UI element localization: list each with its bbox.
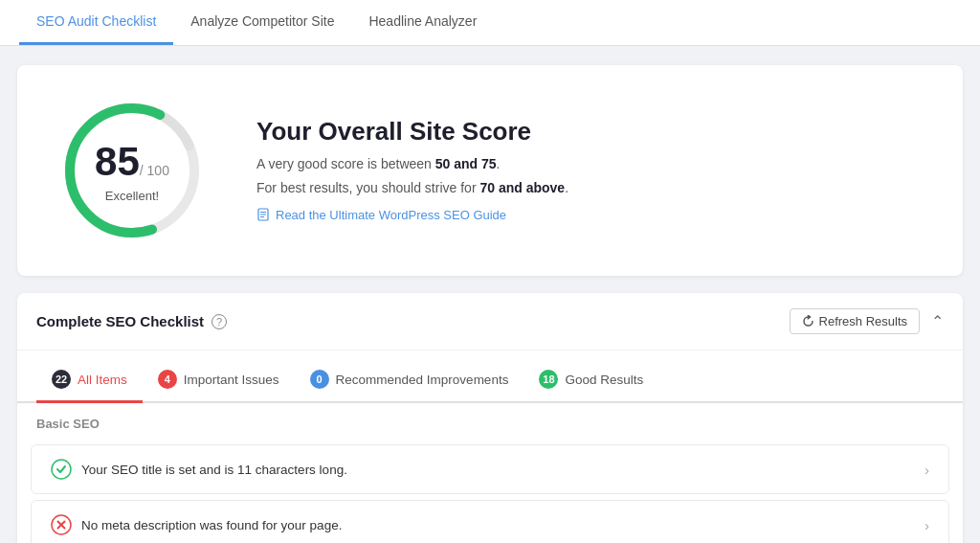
- filter-tab-good[interactable]: 18 Good Results: [523, 362, 658, 403]
- gauge-number: 85/ 100: [95, 139, 169, 185]
- book-icon: [256, 208, 270, 221]
- tab-competitor[interactable]: Analyze Competitor Site: [173, 0, 351, 45]
- svg-marker-7: [808, 316, 810, 319]
- checklist-item-left-2: No meta description was found for your p…: [51, 514, 342, 535]
- badge-issues: 4: [158, 370, 177, 389]
- error-circle-icon: [51, 514, 72, 535]
- tab-seo-audit[interactable]: SEO Audit Checklist: [19, 0, 173, 45]
- score-card: 85/ 100 Excellent! Your Overall Site Sco…: [17, 65, 963, 276]
- content-area: 85/ 100 Excellent! Your Overall Site Sco…: [0, 46, 980, 543]
- checklist-header-right: Refresh Results ⌃: [790, 308, 944, 334]
- refresh-label: Refresh Results: [819, 314, 907, 328]
- checklist-title-row: Complete SEO Checklist ?: [36, 313, 227, 329]
- filter-tab-all-label: All Items: [78, 373, 127, 387]
- tab-headline[interactable]: Headline Analyzer: [351, 0, 494, 45]
- chevron-right-icon-2: ›: [924, 517, 929, 533]
- filter-tab-improvements[interactable]: 0 Recommended Improvements: [295, 362, 524, 403]
- check-circle-icon: [51, 459, 72, 480]
- section-basic-seo-label: Basic SEO: [17, 403, 963, 439]
- filter-tab-issues[interactable]: 4 Important Issues: [143, 362, 295, 403]
- checklist-item-seo-title[interactable]: Your SEO title is set and is 11 characte…: [31, 444, 949, 494]
- filter-tabs: 22 All Items 4 Important Issues 0 Recomm…: [17, 351, 963, 403]
- score-rating: Excellent!: [95, 189, 169, 203]
- score-title: Your Overall Site Score: [256, 117, 924, 147]
- refresh-icon: [802, 315, 814, 328]
- collapse-icon[interactable]: ⌃: [931, 312, 944, 330]
- refresh-button[interactable]: Refresh Results: [790, 308, 920, 334]
- svg-point-8: [52, 460, 71, 479]
- checklist-card: Complete SEO Checklist ? Refresh Results…: [17, 293, 963, 543]
- gauge-text: 85/ 100 Excellent!: [95, 139, 169, 203]
- checklist-item-text-2: No meta description was found for your p…: [81, 518, 342, 532]
- badge-all: 22: [52, 370, 71, 389]
- main-container: SEO Audit Checklist Analyze Competitor S…: [0, 0, 980, 543]
- chevron-right-icon-1: ›: [924, 462, 929, 478]
- score-info: Your Overall Site Score A very good scor…: [256, 117, 924, 225]
- filter-tab-all[interactable]: 22 All Items: [36, 362, 143, 403]
- help-icon[interactable]: ?: [212, 314, 227, 329]
- badge-improvements: 0: [310, 370, 329, 389]
- score-guide-link[interactable]: Read the Ultimate WordPress SEO Guide: [256, 208, 506, 222]
- score-value: 85: [95, 139, 140, 184]
- checklist-title: Complete SEO Checklist: [36, 313, 204, 329]
- checklist-item-meta-desc[interactable]: No meta description was found for your p…: [31, 500, 949, 543]
- score-desc-1: A very good score is between 50 and 75.: [256, 154, 924, 174]
- checklist-header: Complete SEO Checklist ? Refresh Results…: [17, 293, 963, 351]
- checklist-item-left-1: Your SEO title is set and is 11 characte…: [51, 459, 347, 480]
- gauge-container: 85/ 100 Excellent!: [56, 94, 209, 247]
- tabs-bar: SEO Audit Checklist Analyze Competitor S…: [0, 0, 980, 46]
- badge-good: 18: [539, 370, 558, 389]
- filter-tab-improvements-label: Recommended Improvements: [336, 373, 509, 387]
- score-desc-2: For best results, you should strive for …: [256, 178, 924, 198]
- checklist-item-text-1: Your SEO title is set and is 11 characte…: [81, 463, 347, 477]
- filter-tab-issues-label: Important Issues: [184, 373, 279, 387]
- score-max: / 100: [140, 163, 169, 178]
- filter-tab-good-label: Good Results: [565, 373, 643, 387]
